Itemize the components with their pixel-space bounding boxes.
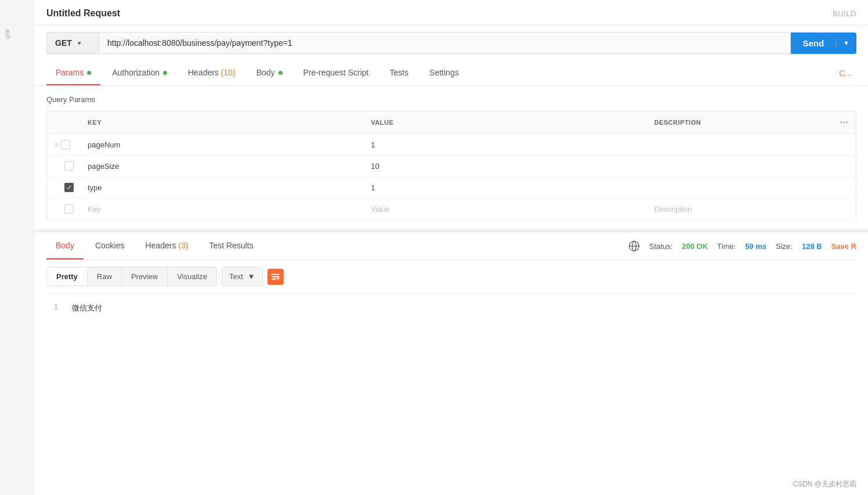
row-checkbox-checked[interactable]: ✓ xyxy=(64,183,74,192)
param-value-placeholder[interactable]: Value xyxy=(364,198,647,220)
url-bar: GET ▼ Send ▼ xyxy=(0,25,868,61)
param-value[interactable]: 1 xyxy=(364,134,647,156)
col-key: KEY xyxy=(81,111,364,134)
response-meta: Status: 200 OK Time: 59 ms Size: 128 B S… xyxy=(628,240,856,252)
sidebar-text: ash xyxy=(5,29,12,39)
text-format-label: Text xyxy=(229,272,243,281)
tab-settings-label: Settings xyxy=(429,68,459,77)
response-tab-cookies[interactable]: Cookies xyxy=(86,233,134,259)
params-table: KEY VALUE DESCRIPTION ··· ≡ xyxy=(46,111,856,220)
table-row: pageSize 10 xyxy=(47,156,856,177)
response-tab-test-results[interactable]: Test Results xyxy=(200,233,262,259)
tab-params[interactable]: Params xyxy=(46,61,100,85)
table-row: ≡ pageNum 1 xyxy=(47,134,856,156)
format-bar: Pretty Raw Preview Visualize Text ▼ xyxy=(46,260,856,294)
method-select[interactable]: GET ▼ xyxy=(46,32,99,54)
col-more: ··· xyxy=(833,111,856,134)
size-value: 128 B xyxy=(802,242,822,251)
url-input[interactable] xyxy=(99,32,791,54)
row-drag-cell: ✓ xyxy=(47,177,81,198)
method-label: GET xyxy=(55,38,72,48)
status-label: Status: xyxy=(649,242,672,251)
tab-settings[interactable]: Settings xyxy=(420,61,468,85)
row-drag-cell: ≡ xyxy=(47,134,81,156)
response-tab-cookies-label: Cookies xyxy=(95,241,125,250)
param-key[interactable]: pageSize xyxy=(81,156,364,177)
row-checkbox[interactable] xyxy=(64,204,74,214)
table-row: ✓ type 1 xyxy=(47,177,856,198)
response-tab-body[interactable]: Body xyxy=(46,233,84,259)
size-label: Size: xyxy=(776,242,793,251)
format-raw-button[interactable]: Raw xyxy=(88,268,122,286)
svg-rect-3 xyxy=(272,274,280,275)
text-format-select[interactable]: Text ▼ xyxy=(222,267,263,286)
tab-authorization[interactable]: Authorization xyxy=(103,61,176,85)
row-drag-cell xyxy=(47,198,81,220)
param-value[interactable]: 10 xyxy=(364,156,647,177)
tab-authorization-label: Authorization xyxy=(112,68,160,77)
watermark: CSDN @无皮村恶霸 xyxy=(793,479,856,489)
top-bar: Untitled Request BUILD xyxy=(0,0,868,25)
param-key[interactable]: pageNum xyxy=(81,134,364,156)
response-tab-headers[interactable]: Headers (3) xyxy=(136,233,198,259)
left-sidebar: ash xyxy=(0,0,34,495)
tab-tests-label: Tests xyxy=(389,68,408,77)
tab-headers[interactable]: Headers (10) xyxy=(179,61,245,85)
tab-cookies-overflow[interactable]: C... xyxy=(834,62,856,85)
row-more-cell xyxy=(833,198,856,220)
response-section: Body Cookies Headers (3) Test Results St… xyxy=(0,233,868,323)
more-options-icon[interactable]: ··· xyxy=(840,117,849,127)
response-tab-body-label: Body xyxy=(56,241,74,250)
response-tab-headers-label: Headers (3) xyxy=(146,241,189,250)
format-buttons-group: Pretty Raw Preview Visualize xyxy=(46,267,217,286)
status-value: 200 OK xyxy=(682,242,708,251)
time-value: 59 ms xyxy=(745,242,766,251)
row-drag-cell xyxy=(47,156,81,177)
globe-icon[interactable] xyxy=(628,240,640,252)
param-description[interactable] xyxy=(648,177,833,198)
row-checkbox[interactable] xyxy=(64,161,74,171)
row-more-cell xyxy=(833,177,856,198)
format-visualize-button[interactable]: Visualize xyxy=(168,268,216,286)
text-format-chevron-icon: ▼ xyxy=(248,272,255,281)
param-value[interactable]: 1 xyxy=(364,177,647,198)
format-pretty-button[interactable]: Pretty xyxy=(47,268,88,286)
params-dot xyxy=(87,71,91,75)
time-label: Time: xyxy=(717,242,736,251)
query-params-section: Query Params KEY VALUE DESCRIPTION ··· xyxy=(0,86,868,220)
tab-params-label: Params xyxy=(56,68,84,77)
param-description-placeholder[interactable]: Description xyxy=(648,198,833,220)
svg-rect-5 xyxy=(272,279,276,280)
svg-rect-4 xyxy=(272,276,280,277)
drag-handle-icon[interactable]: ≡ xyxy=(54,140,59,149)
method-chevron-icon: ▼ xyxy=(77,40,82,46)
request-tabs: Params Authorization Headers (10) Body P… xyxy=(0,61,868,86)
row-checkbox[interactable] xyxy=(61,140,70,149)
param-description[interactable] xyxy=(648,134,833,156)
wrap-icon[interactable] xyxy=(267,269,284,285)
line-number: 1 xyxy=(46,303,58,313)
body-dot xyxy=(279,71,283,75)
send-button[interactable]: Send ▼ xyxy=(791,32,856,54)
col-value: VALUE xyxy=(364,111,647,134)
tab-pre-request[interactable]: Pre-request Script xyxy=(294,61,378,85)
save-response-button[interactable]: Save R xyxy=(831,242,856,251)
send-dropdown-icon[interactable]: ▼ xyxy=(836,39,856,46)
param-description[interactable] xyxy=(648,156,833,177)
col-actions xyxy=(47,111,81,134)
row-more-cell xyxy=(833,156,856,177)
authorization-dot xyxy=(163,71,167,75)
response-code-area: 1 微信支付 xyxy=(46,294,856,323)
tab-pre-request-label: Pre-request Script xyxy=(303,68,369,77)
tab-body[interactable]: Body xyxy=(247,61,292,85)
tab-body-label: Body xyxy=(256,68,275,77)
send-label: Send xyxy=(791,38,836,48)
param-key[interactable]: type xyxy=(81,177,364,198)
table-row-placeholder: Key Value Description xyxy=(47,198,856,220)
format-preview-button[interactable]: Preview xyxy=(122,268,168,286)
row-more-cell xyxy=(833,134,856,156)
param-key-placeholder[interactable]: Key xyxy=(81,198,364,220)
tab-tests[interactable]: Tests xyxy=(380,61,418,85)
response-tabs: Body Cookies Headers (3) Test Results St… xyxy=(46,233,856,260)
request-title: Untitled Request xyxy=(46,8,120,19)
